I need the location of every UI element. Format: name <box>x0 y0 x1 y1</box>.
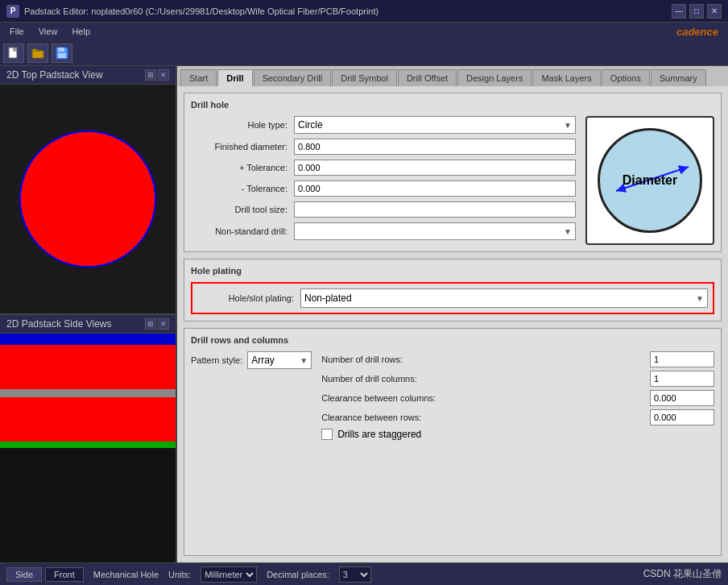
side-layer-dark <box>0 448 176 562</box>
hole-type-status: Mechanical Hole <box>93 570 159 579</box>
toolbar <box>0 40 728 66</box>
finished-diameter-row: Finished diameter: <box>191 139 576 155</box>
tab-options[interactable]: Options <box>602 69 650 86</box>
main-area: 2D Top Padstack View ⊞ ✕ 2D Padstack Sid… <box>0 66 728 562</box>
menu-bar: File View Help cadence <box>0 23 728 40</box>
top-view-close[interactable]: ✕ <box>158 69 169 81</box>
clear-rows-row: Clearance between rows: <box>321 409 714 425</box>
open-button[interactable] <box>27 44 48 63</box>
tab-mask-layers[interactable]: Mask Layers <box>532 69 600 86</box>
drill-circle-visual: Diameter <box>598 128 702 233</box>
top-view-title-bar: 2D Top Padstack View ⊞ ✕ <box>0 66 176 85</box>
drill-hole-title: Drill hole <box>191 100 714 110</box>
hole-type-value: Circle <box>298 119 323 131</box>
side-layer-red-top <box>0 345 176 389</box>
side-view-title-bar: 2D Padstack Side Views ⊞ ✕ <box>0 315 176 334</box>
hole-plating-section: Hole plating Hole/slot plating: Non-plat… <box>184 259 722 322</box>
hole-type-arrow: ▼ <box>564 121 572 130</box>
tab-side[interactable]: Side <box>6 567 42 582</box>
menu-help[interactable]: Help <box>65 25 97 38</box>
title-bar: P Padstack Editor: noplated0r60 (C:/User… <box>0 0 728 23</box>
side-layer-gray <box>0 389 176 397</box>
num-cols-input[interactable] <box>650 371 714 387</box>
svg-rect-3 <box>32 49 37 52</box>
window-controls: — □ ✕ <box>672 4 722 19</box>
top-view-label: 2D Top Padstack View <box>6 69 103 81</box>
svg-rect-6 <box>58 53 66 58</box>
hole-type-label: Hole type: <box>191 120 287 130</box>
hole-type-select[interactable]: Circle ▼ <box>294 116 576 134</box>
decimal-label: Decimal places: <box>267 570 329 579</box>
tab-secondary-drill[interactable]: Secondary Drill <box>254 69 332 86</box>
non-standard-select[interactable]: ▼ <box>294 222 576 240</box>
side-view-restore[interactable]: ⊞ <box>145 318 156 330</box>
tabs-panel: Start Drill Secondary Drill Drill Symbol… <box>177 66 728 562</box>
drill-tool-row: Drill tool size: <box>191 201 576 218</box>
minimize-button[interactable]: — <box>672 4 686 19</box>
side-view-label: 2D Padstack Side Views <box>6 318 112 330</box>
tab-design-layers[interactable]: Design Layers <box>457 69 532 86</box>
close-button[interactable]: ✕ <box>707 4 722 19</box>
side-view-canvas <box>0 334 176 562</box>
minus-tolerance-input[interactable] <box>294 180 576 197</box>
status-bar: Side Front Mechanical Hole Units: Millim… <box>0 562 728 585</box>
stagger-checkbox[interactable] <box>321 429 333 440</box>
num-rows-input[interactable] <box>650 351 714 367</box>
non-standard-label: Non-standard drill: <box>191 226 287 236</box>
side-layer-red-bottom <box>0 397 176 442</box>
non-standard-row: Non-standard drill: ▼ <box>191 222 576 240</box>
maximize-button[interactable]: □ <box>689 4 704 19</box>
clear-cols-row: Clearance between columns: <box>321 390 714 406</box>
diameter-label: Diameter <box>623 173 677 188</box>
hole-plating-inner: Hole/slot plating: Non-plated ▼ <box>191 282 714 314</box>
svg-rect-5 <box>58 48 64 52</box>
pattern-row: Pattern style: Array ▼ <box>191 351 312 369</box>
tab-front[interactable]: Front <box>45 567 84 582</box>
hole-plating-label: Hole/slot plating: <box>197 293 294 303</box>
drill-hole-section: Drill hole Hole type: Circle ▼ <box>184 93 722 252</box>
clear-rows-input[interactable] <box>650 409 714 425</box>
hole-plating-value: Non-plated <box>304 292 352 304</box>
cadence-logo: cadence <box>676 26 725 38</box>
clear-cols-label: Clearance between columns: <box>321 393 643 403</box>
drill-tool-input[interactable] <box>294 201 576 218</box>
units-select[interactable]: Millimeter <box>201 566 257 583</box>
tab-summary[interactable]: Summary <box>651 69 706 86</box>
side-view-close[interactable]: ✕ <box>158 318 169 330</box>
num-cols-label: Number of drill columns: <box>321 374 643 384</box>
drill-diagram: Diameter <box>585 116 714 245</box>
tab-drill-symbol[interactable]: Drill Symbol <box>332 69 397 86</box>
new-button[interactable] <box>3 44 24 63</box>
pattern-label: Pattern style: <box>191 355 242 365</box>
app-icon: P <box>6 5 19 18</box>
hole-plating-select[interactable]: Non-plated ▼ <box>300 288 708 308</box>
drill-rows-title: Drill rows and columns <box>191 335 714 345</box>
tab-drill-offset[interactable]: Drill Offset <box>398 69 457 86</box>
csdn-logo: CSDN 花果山圣僧 <box>643 567 722 581</box>
plus-tolerance-label: + Tolerance: <box>191 163 287 172</box>
finished-diameter-input[interactable] <box>294 139 576 155</box>
save-button[interactable] <box>52 44 72 63</box>
num-rows-row: Number of drill rows: <box>321 351 714 367</box>
minus-tolerance-row: - Tolerance: <box>191 180 576 197</box>
tabs-row: Start Drill Secondary Drill Drill Symbol… <box>177 66 728 86</box>
stagger-row: Drills are staggered <box>321 429 714 440</box>
side-layer-green <box>0 442 176 448</box>
top-view-restore[interactable]: ⊞ <box>145 69 156 81</box>
tab-start[interactable]: Start <box>180 69 217 86</box>
clear-rows-label: Clearance between rows: <box>321 413 643 422</box>
pattern-select[interactable]: Array ▼ <box>247 351 312 369</box>
tab-drill[interactable]: Drill <box>217 69 252 86</box>
plus-tolerance-input[interactable] <box>294 160 576 176</box>
decimal-select[interactable]: 3 <box>339 566 371 583</box>
pattern-arrow: ▼ <box>300 356 308 365</box>
top-view-canvas <box>0 85 176 315</box>
side-layer-blue <box>0 334 176 345</box>
clear-cols-input[interactable] <box>650 390 714 406</box>
left-panel: 2D Top Padstack View ⊞ ✕ 2D Padstack Sid… <box>0 66 177 562</box>
menu-view[interactable]: View <box>32 25 64 38</box>
stagger-label: Drills are staggered <box>337 429 421 440</box>
minus-tolerance-label: - Tolerance: <box>191 184 287 193</box>
hole-plating-arrow: ▼ <box>696 294 704 303</box>
menu-file[interactable]: File <box>3 25 31 38</box>
